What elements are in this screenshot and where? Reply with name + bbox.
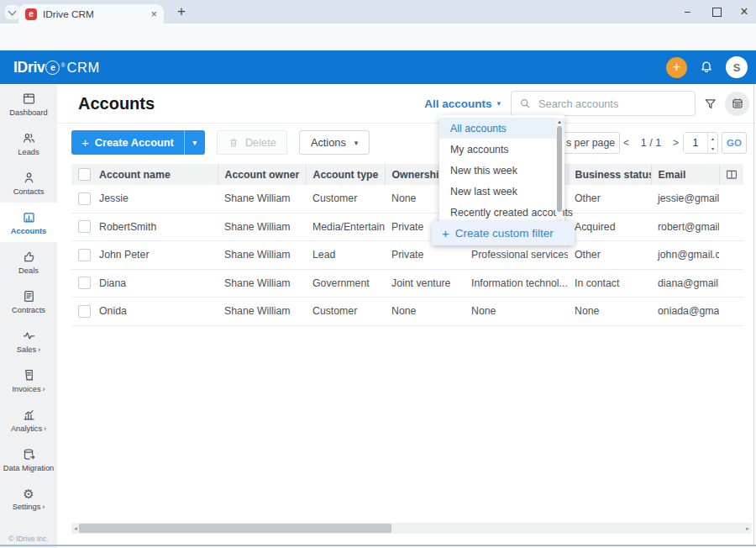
tab-title: IDrive CRM (43, 8, 144, 20)
sidebar-item-contacts[interactable]: Contacts (0, 163, 57, 203)
tab-close-icon[interactable]: × (150, 8, 157, 20)
horizontal-scrollbar-thumb[interactable] (79, 524, 391, 533)
scroll-right-icon[interactable]: ► (743, 523, 752, 534)
select-all-checkbox[interactable] (78, 168, 91, 181)
cell-account-name[interactable]: Jessie (92, 185, 218, 213)
window-maximize-button[interactable] (709, 0, 724, 24)
list-controls: All accounts ▾ (424, 91, 749, 116)
dropdown-item-recently-created[interactable]: Recently created accounts (439, 202, 564, 223)
sidebar-item-invoices[interactable]: Invoices› (0, 361, 57, 400)
calendar-view-button[interactable] (725, 92, 749, 116)
maximize-icon (712, 8, 722, 17)
sidebar-item-contracts[interactable]: Contracts (0, 282, 57, 321)
sidebar-item-accounts[interactable]: Accounts (0, 203, 57, 242)
dropdown-item-new-last-week[interactable]: New last week (439, 181, 564, 202)
deals-thumbs-up-icon (22, 250, 36, 264)
contracts-icon (22, 289, 36, 303)
page-indicator: 1 / 1 (641, 137, 661, 149)
stepper-down-icon[interactable]: ▾ (708, 143, 717, 153)
tab-search-button[interactable] (5, 5, 19, 19)
page-title: Accounts (78, 94, 155, 113)
plus-icon: + (81, 135, 89, 150)
column-picker-button[interactable] (719, 164, 743, 185)
table-row: Diana Shane William Government Joint ven… (71, 269, 743, 298)
accounts-table: Account name Account owner Account type … (71, 164, 743, 326)
row-checkbox[interactable] (78, 249, 91, 261)
expand-arrow-icon: › (44, 424, 46, 433)
gear-icon: ⚙ (23, 487, 34, 500)
dropdown-scrollbar[interactable]: ▲ (556, 118, 563, 222)
search-box[interactable] (511, 91, 696, 116)
quick-add-button[interactable]: + (666, 57, 687, 78)
column-header-email[interactable]: Email (651, 164, 719, 185)
view-filter-selector[interactable]: All accounts ▾ (424, 97, 501, 110)
sidebar-item-data-migration[interactable]: Data Migration (0, 440, 57, 479)
chevron-down-icon (8, 7, 17, 15)
window-right-edge (753, 84, 754, 545)
invoices-icon (22, 368, 36, 382)
window-close-button[interactable]: × (736, 0, 753, 24)
cell-account-name[interactable]: RobertSmith (92, 213, 218, 241)
sidebar-item-leads[interactable]: Leads (0, 124, 57, 163)
cell-account-name[interactable]: Diana (92, 269, 218, 298)
go-button[interactable]: GO (722, 132, 747, 154)
window-minimize-button[interactable]: − (677, 0, 697, 24)
notifications-bell-icon[interactable] (699, 60, 714, 75)
stepper-up-icon[interactable]: ▴ (708, 133, 717, 143)
column-header-account-name[interactable]: Account name (92, 164, 218, 185)
browser-toolbar: ← → ⟳ design.devidrivecrm.com/app/accoun… (0, 24, 756, 50)
window-bottom-edge (0, 545, 756, 546)
dropdown-item-new-this-week[interactable]: New this week (439, 160, 564, 181)
create-account-dropdown-button[interactable]: ▾ (185, 130, 205, 155)
browser-tab[interactable]: e IDrive CRM × (18, 4, 164, 24)
create-custom-filter-button[interactable]: + Create custom filter (432, 221, 575, 245)
page-number-input[interactable] (684, 133, 707, 153)
scroll-up-icon[interactable]: ▲ (556, 118, 563, 125)
row-checkbox[interactable] (78, 220, 91, 233)
next-page-icon[interactable]: > (673, 137, 679, 149)
row-checkbox[interactable] (78, 305, 91, 318)
page-number-input-box: ▴ ▾ (683, 132, 718, 154)
cell-account-name[interactable]: Onida (92, 298, 218, 326)
tab-strip: e IDrive CRM × + − × (0, 0, 756, 24)
new-tab-button[interactable]: + (172, 3, 191, 21)
dashboard-icon (22, 92, 36, 106)
sidebar-item-dashboard[interactable]: Dashboard (0, 84, 57, 124)
idrive-crm-logo[interactable]: IDriv e ® CRM (13, 59, 100, 76)
table-header-row: Account name Account owner Account type … (71, 164, 743, 185)
sidebar-item-sales[interactable]: Sales› (0, 321, 57, 361)
sidebar-item-deals[interactable]: Deals (0, 242, 57, 282)
delete-button[interactable]: Delete (217, 130, 287, 155)
filter-funnel-icon[interactable] (703, 97, 717, 111)
sidebar-item-settings[interactable]: ⚙ Settings› (0, 479, 57, 519)
sidebar-item-analytics[interactable]: Analytics› (0, 400, 57, 440)
column-header-account-type[interactable]: Account type (306, 164, 385, 185)
column-header-account-owner[interactable]: Account owner (218, 164, 306, 185)
accounts-icon (22, 210, 36, 224)
main-content: Accounts All accounts ▾ + Create A (57, 84, 756, 548)
table-row: Jessie Shane William Customer None Other… (71, 185, 743, 213)
sales-pulse-icon (22, 329, 36, 343)
actions-button[interactable]: Actions ▾ (299, 130, 370, 155)
dropdown-scrollbar-thumb[interactable] (557, 126, 562, 212)
cell-account-name[interactable]: John Peter (92, 241, 218, 270)
table-row: RobertSmith Shane William Media/Entertai… (71, 213, 743, 241)
logo-text-2: CRM (67, 60, 100, 76)
plus-icon: + (673, 59, 681, 76)
dropdown-item-my-accounts[interactable]: My accounts (439, 139, 564, 160)
contacts-icon (22, 171, 36, 185)
trash-icon (228, 137, 239, 149)
search-input[interactable] (537, 97, 687, 111)
create-account-button[interactable]: + Create Account ▾ (71, 130, 205, 155)
leads-icon (22, 131, 36, 145)
horizontal-scrollbar[interactable]: ◄ ► (71, 523, 752, 534)
row-checkbox[interactable] (78, 192, 91, 205)
user-avatar[interactable]: S (726, 56, 748, 78)
app-header: IDriv e ® CRM + S (0, 50, 756, 84)
dropdown-item-all-accounts[interactable]: All accounts (439, 118, 564, 139)
records-per-page-selector[interactable]: s per page ▾ (558, 132, 620, 154)
previous-page-icon[interactable]: < (623, 137, 629, 149)
row-checkbox[interactable] (78, 277, 91, 289)
search-icon (519, 97, 531, 109)
column-header-business-status[interactable]: Business status (568, 164, 651, 185)
